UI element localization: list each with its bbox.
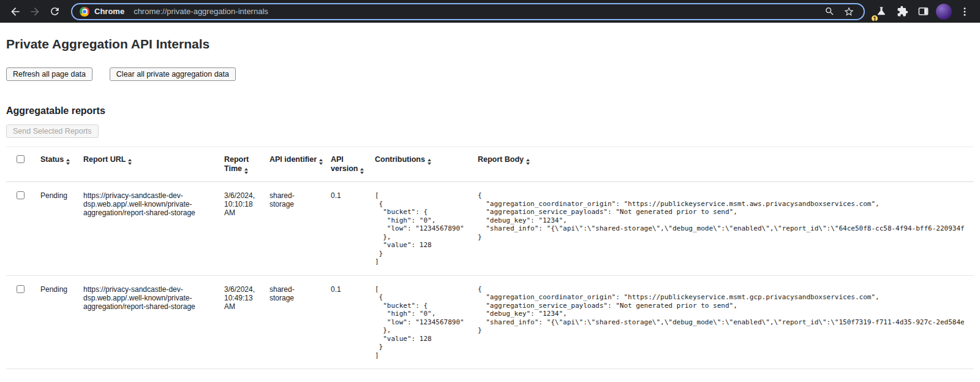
experiments-icon[interactable]: 1 (872, 2, 891, 21)
page-action-buttons: Refresh all page data Clear all private … (6, 67, 974, 81)
sort-icon (360, 168, 364, 174)
table-header-row: Status Report URL Report Time API identi… (6, 147, 974, 182)
kebab-menu-icon[interactable] (956, 2, 974, 21)
report-url-cell: https://privacy-sandcastle-dev-dsp.web.a… (83, 182, 224, 276)
send-row: Send Selected Reports (6, 124, 974, 138)
column-header-report-url[interactable]: Report URL (83, 147, 224, 182)
page-title: Private Aggregation API Internals (6, 36, 974, 52)
column-header-report-body[interactable]: Report Body (478, 147, 974, 182)
status-cell: Pending (40, 182, 83, 276)
report-url: https://privacy-sandcastle-dev-dsp.web.a… (83, 285, 197, 311)
back-icon[interactable] (6, 2, 24, 21)
sort-icon (128, 159, 132, 165)
contributions-cell: [ { "bucket": { "high": "0", "low": "123… (375, 182, 478, 276)
report-body-cell: { "aggregation_coordinator_origin": "htt… (478, 182, 974, 276)
api-identifier: shared-storage (270, 285, 306, 302)
api-version-cell: 0.1 (331, 182, 375, 276)
sort-icon (526, 159, 530, 165)
select-all-checkbox[interactable] (17, 155, 24, 163)
column-header-label: API identifier (270, 155, 317, 164)
report-body-json: { "aggregation_coordinator_origin": "htt… (478, 285, 964, 335)
send-selected-reports-button[interactable]: Send Selected Reports (6, 124, 99, 138)
aggregatable-reports-table: Status Report URL Report Time API identi… (6, 147, 974, 369)
contributions-json: [ { "bucket": { "high": "0", "low": "123… (375, 285, 468, 360)
reload-icon[interactable] (45, 2, 64, 21)
api-identifier-cell: shared-storage (270, 275, 331, 369)
column-header-label: Status (40, 155, 64, 164)
clear-all-button[interactable]: Clear all private aggregation data (110, 67, 236, 81)
report-url-cell: https://privacy-sandcastle-dev-dsp.web.a… (83, 275, 224, 369)
report-url: https://privacy-sandcastle-dev-dsp.web.a… (83, 191, 197, 217)
report-time: 3/6/2024, 10:49:13 AM (224, 285, 260, 311)
column-header-status[interactable]: Status (40, 147, 83, 182)
column-header-report-time[interactable]: Report Time (224, 147, 270, 182)
column-header-api-version[interactable]: API version (331, 147, 375, 182)
column-header-label: Report URL (83, 155, 126, 164)
report-time-cell: 3/6/2024, 10:49:13 AM (224, 275, 270, 369)
column-header-label: Contributions (375, 155, 425, 164)
row-select-cell (6, 275, 40, 369)
table-row: Pending https://privacy-sandcastle-dev-d… (6, 182, 974, 276)
search-icon[interactable] (822, 4, 837, 19)
api-identifier: shared-storage (270, 191, 306, 208)
extensions-puzzle-icon[interactable] (893, 2, 911, 21)
sort-icon (66, 159, 70, 165)
toolbar-right-cluster: 1 (872, 2, 974, 21)
row-checkbox[interactable] (17, 285, 24, 293)
browser-toolbar: Chrome chrome://private-aggregation-inte… (0, 0, 980, 23)
select-all-cell (6, 147, 40, 182)
bookmark-star-icon[interactable] (842, 4, 856, 19)
sort-icon (244, 168, 248, 174)
omnibox[interactable]: Chrome chrome://private-aggregation-inte… (71, 3, 865, 20)
forward-icon[interactable] (26, 2, 44, 21)
omnibox-url[interactable]: chrome://private-aggregation-internals (134, 7, 268, 16)
status-cell: Pending (40, 275, 83, 369)
profile-avatar[interactable] (935, 2, 953, 21)
column-header-api-identifier[interactable]: API identifier (270, 147, 331, 182)
column-header-label: API version (331, 155, 358, 173)
api-version-cell: 0.1 (331, 275, 375, 369)
sort-icon (428, 159, 431, 165)
row-select-cell (6, 182, 40, 276)
report-time-cell: 3/6/2024, 10:10:18 AM (224, 182, 270, 276)
refresh-all-button[interactable]: Refresh all page data (6, 67, 92, 81)
notification-badge: 1 (870, 14, 879, 23)
report-time: 3/6/2024, 10:10:18 AM (224, 191, 260, 217)
column-header-label: Report Body (478, 155, 524, 164)
table-row: Pending https://privacy-sandcastle-dev-d… (6, 275, 974, 369)
sort-icon (319, 159, 323, 165)
omnibox-chip-label: Chrome (94, 7, 124, 16)
report-body-cell: { "aggregation_coordinator_origin": "htt… (478, 275, 974, 369)
contributions-cell: [ { "bucket": { "high": "0", "low": "123… (375, 275, 478, 369)
chrome-logo-icon (80, 7, 89, 17)
api-identifier-cell: shared-storage (270, 182, 331, 276)
column-header-contributions[interactable]: Contributions (375, 147, 478, 182)
report-body-json: { "aggregation_coordinator_origin": "htt… (478, 191, 964, 241)
page-content: Private Aggregation API Internals Refres… (0, 36, 980, 369)
avatar (936, 4, 952, 20)
section-title: Aggregatable reports (6, 105, 974, 117)
row-checkbox[interactable] (17, 191, 24, 199)
contributions-json: [ { "bucket": { "high": "0", "low": "123… (375, 191, 468, 266)
side-panel-icon[interactable] (914, 2, 932, 21)
